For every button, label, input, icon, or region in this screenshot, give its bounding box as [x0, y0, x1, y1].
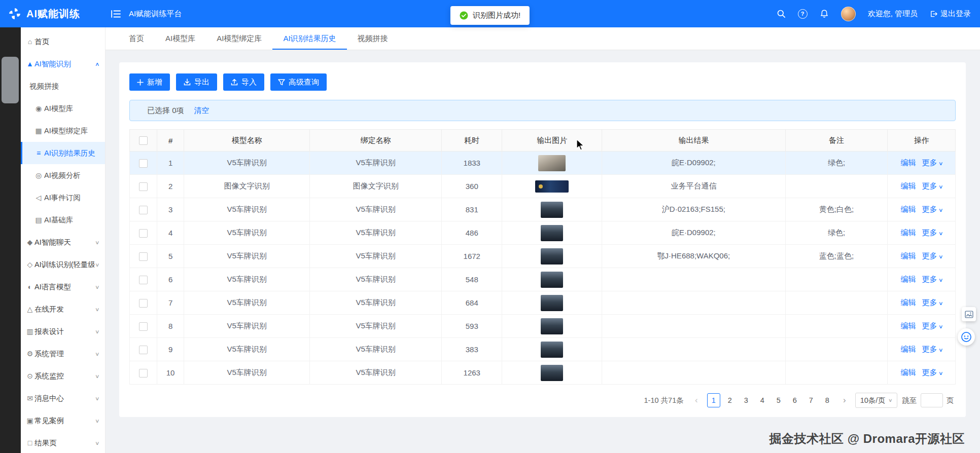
table-row[interactable]: 1V5车牌识别V5车牌识别1833皖E·D09902;绿色;编辑更多∨ — [130, 152, 956, 175]
more-button[interactable]: 更多∨ — [922, 251, 942, 260]
export-button[interactable]: 导出 — [176, 73, 217, 91]
table-row[interactable]: 10V5车牌识别V5车牌识别1263编辑更多∨ — [130, 361, 956, 385]
next-page-button[interactable]: › — [839, 393, 850, 407]
output-image-thumbnail[interactable] — [538, 155, 566, 171]
sidebar-item-message-center[interactable]: ✉消息中心∨ — [21, 387, 105, 409]
sidebar-item-home[interactable]: ⌂首页 — [21, 30, 105, 53]
more-button[interactable]: 更多∨ — [922, 205, 942, 213]
sidebar-collapse-icon[interactable] — [109, 8, 123, 20]
help-icon[interactable]: ? — [798, 9, 808, 19]
output-image-thumbnail[interactable] — [541, 225, 563, 241]
edit-button[interactable]: 编辑 — [901, 345, 916, 353]
logout-button[interactable]: 退出登录 — [930, 9, 971, 19]
table-row[interactable]: 2图像文字识别图像文字识别360业务平台通信编辑更多∨ — [130, 175, 956, 198]
page-button-6[interactable]: 6 — [788, 393, 801, 407]
table-row[interactable]: 8V5车牌识别V5车牌识别593编辑更多∨ — [130, 315, 956, 338]
brand[interactable]: AI赋能训练 — [0, 7, 105, 21]
row-checkbox[interactable] — [139, 159, 148, 168]
sidebar-item-ai-recognition[interactable]: ▲AI智能识别∧ — [21, 53, 105, 75]
sidebar-subitem-ai-model-library[interactable]: ◉AI模型库 — [21, 97, 105, 120]
row-checkbox[interactable] — [139, 369, 148, 378]
avatar[interactable] — [841, 7, 856, 21]
tab-ai-model-library[interactable]: AI模型库 — [155, 27, 206, 50]
tab-ai-result-history[interactable]: AI识别结果历史 — [272, 27, 346, 50]
prev-page-button[interactable]: ‹ — [691, 393, 702, 407]
page-button-2[interactable]: 2 — [723, 393, 737, 407]
sidebar-subitem-ai-video-analysis[interactable]: ◎AI视频分析 — [21, 164, 105, 186]
output-image-thumbnail[interactable] — [541, 272, 563, 288]
page-size-select[interactable]: 10条/页 ∨ — [855, 393, 897, 408]
edit-button[interactable]: 编辑 — [901, 321, 916, 330]
sidebar-item-report-design[interactable]: ▥报表设计∨ — [21, 320, 105, 343]
edit-button[interactable]: 编辑 — [901, 368, 916, 376]
row-checkbox[interactable] — [139, 322, 148, 331]
edit-button[interactable]: 编辑 — [901, 158, 916, 167]
more-button[interactable]: 更多∨ — [922, 181, 942, 190]
edit-button[interactable]: 编辑 — [901, 228, 916, 237]
edit-button[interactable]: 编辑 — [901, 275, 916, 283]
output-image-thumbnail[interactable] — [535, 180, 569, 193]
sidebar-item-result-page[interactable]: □结果页∨ — [21, 432, 105, 453]
table-row[interactable]: 4V5车牌识别V5车牌识别486皖E·D09902;绿色;编辑更多∨ — [130, 221, 956, 245]
more-button[interactable]: 更多∨ — [922, 298, 942, 307]
output-image-thumbnail[interactable] — [541, 365, 563, 381]
sidebar-subitem-ai-base-library[interactable]: ▤AI基础库 — [21, 209, 105, 231]
more-button[interactable]: 更多∨ — [922, 368, 942, 376]
table-row[interactable]: 9V5车牌识别V5车牌识别383编辑更多∨ — [130, 338, 956, 361]
output-image-thumbnail[interactable] — [541, 318, 563, 334]
clear-selection-link[interactable]: 清空 — [194, 106, 209, 116]
output-image-thumbnail[interactable] — [541, 342, 563, 358]
tab-video-stitching[interactable]: 视频拼接 — [347, 27, 399, 50]
sidebar-item-system-monitor[interactable]: ⊙系统监控∨ — [21, 365, 105, 387]
row-checkbox[interactable] — [139, 299, 148, 308]
page-button-7[interactable]: 7 — [804, 393, 818, 407]
table-row[interactable]: 3V5车牌识别V5车牌识别831沪D·02163;FS155;黄色;白色;编辑更… — [130, 198, 956, 221]
page-button-8[interactable]: 8 — [821, 393, 834, 407]
advanced-query-button[interactable]: 高级查询 — [270, 73, 327, 91]
sidebar-item-online-dev[interactable]: △在线开发∨ — [21, 298, 105, 320]
row-checkbox[interactable] — [139, 346, 148, 354]
page-button-1[interactable]: 1 — [707, 393, 720, 407]
add-button[interactable]: 新增 — [129, 73, 170, 91]
more-button[interactable]: 更多∨ — [922, 345, 942, 353]
edit-button[interactable]: 编辑 — [901, 298, 916, 307]
edit-button[interactable]: 编辑 — [901, 251, 916, 260]
output-image-thumbnail[interactable] — [541, 248, 563, 265]
more-button[interactable]: 更多∨ — [922, 321, 942, 330]
jump-page-input[interactable] — [921, 393, 943, 407]
row-checkbox[interactable] — [139, 206, 148, 214]
row-checkbox[interactable] — [139, 182, 148, 191]
tab-home[interactable]: 首页 — [118, 27, 155, 50]
page-button-5[interactable]: 5 — [772, 393, 785, 407]
search-icon[interactable] — [777, 9, 786, 18]
output-image-thumbnail[interactable] — [541, 295, 563, 311]
sidebar-subitem-ai-model-binding-library[interactable]: ▦AI模型绑定库 — [21, 120, 105, 142]
page-button-3[interactable]: 3 — [740, 393, 753, 407]
sidebar-item-system-management[interactable]: ⚙系统管理∨ — [21, 343, 105, 365]
sidebar-subitem-video-stitching[interactable]: 视频拼接 — [21, 75, 105, 97]
row-checkbox[interactable] — [139, 229, 148, 238]
bell-icon[interactable] — [820, 9, 829, 18]
sidebar-item-ai-language-model[interactable]: ◐AI语言模型∨ — [21, 276, 105, 298]
sidebar-subitem-ai-result-history[interactable]: ≡AI识别结果历史 — [21, 142, 105, 164]
sidebar-item-ai-chat[interactable]: ◆AI智能聊天∨ — [21, 231, 105, 253]
float-image-tool-button[interactable] — [962, 307, 976, 321]
output-image-thumbnail[interactable] — [541, 202, 563, 218]
sidebar-item-ai-training-light[interactable]: ◇AI训练识别(轻量级)∨ — [21, 253, 105, 276]
edit-button[interactable]: 编辑 — [901, 205, 916, 213]
table-row[interactable]: 7V5车牌识别V5车牌识别684编辑更多∨ — [130, 291, 956, 315]
import-button[interactable]: 导入 — [223, 73, 264, 91]
tab-ai-model-binding-library[interactable]: AI模型绑定库 — [206, 27, 272, 50]
page-button-4[interactable]: 4 — [756, 393, 769, 407]
float-assistant-button[interactable] — [958, 328, 975, 346]
rail-scroll-thumb[interactable] — [2, 57, 19, 103]
sidebar-subitem-ai-event-subscription[interactable]: ◁AI事件订阅 — [21, 186, 105, 209]
more-button[interactable]: 更多∨ — [922, 158, 942, 167]
sidebar-item-common-cases[interactable]: ▣常见案例∨ — [21, 409, 105, 432]
select-all-checkbox[interactable] — [139, 136, 148, 145]
table-row[interactable]: 5V5车牌识别V5车牌识别1672鄂J·HE688;WAKQ06;蓝色;蓝色;编… — [130, 245, 956, 268]
edit-button[interactable]: 编辑 — [901, 181, 916, 190]
row-checkbox[interactable] — [139, 252, 148, 261]
more-button[interactable]: 更多∨ — [922, 275, 942, 283]
row-checkbox[interactable] — [139, 276, 148, 284]
